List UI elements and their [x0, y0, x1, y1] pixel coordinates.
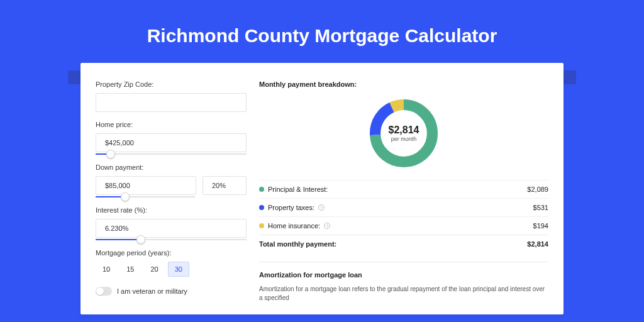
period-30-button[interactable]: 30 [168, 262, 189, 277]
rate-group: Interest rate (%): [96, 206, 247, 240]
breakdown-row-total: Total monthly payment: $2,814 [259, 235, 548, 253]
zip-input[interactable] [96, 93, 247, 112]
down-label: Down payment: [96, 164, 247, 171]
breakdown-heading: Monthly payment breakdown: [259, 80, 548, 88]
down-amount-input[interactable] [96, 176, 196, 195]
rate-slider-fill [96, 239, 141, 240]
breakdown-list: Principal & Interest: $2,089 Property ta… [259, 180, 548, 253]
rate-slider[interactable] [96, 239, 247, 240]
breakdown-column: Monthly payment breakdown: $2,814 per mo… [259, 80, 548, 297]
breakdown-row-principal: Principal & Interest: $2,089 [259, 180, 548, 198]
breakdown-label: Home insurance: [268, 222, 320, 230]
breakdown-label: Property taxes: [268, 204, 314, 211]
period-15-button[interactable]: 15 [119, 262, 141, 277]
dot-icon [259, 205, 264, 210]
calculator-panel: Property Zip Code: Home price: Down paym… [80, 63, 564, 314]
period-options: 10 15 20 30 [96, 262, 247, 277]
donut-wrap: $2,814 per month [259, 96, 548, 171]
down-group: Down payment: [96, 164, 247, 197]
veteran-label: I am veteran or military [117, 287, 187, 295]
breakdown-value: $531 [533, 204, 548, 211]
price-label: Home price: [96, 121, 247, 128]
info-icon[interactable]: ? [324, 223, 330, 229]
donut-center-sub: per month [391, 136, 417, 142]
period-group: Mortgage period (years): 10 15 20 30 [96, 249, 247, 277]
breakdown-value: $2,089 [527, 186, 548, 193]
rate-input[interactable] [96, 219, 247, 238]
dot-icon [259, 223, 264, 228]
price-input[interactable] [96, 133, 247, 152]
breakdown-total-value: $2,814 [527, 240, 548, 248]
price-slider[interactable] [96, 153, 247, 155]
rate-slider-knob[interactable] [136, 235, 145, 244]
amort-heading: Amortization for mortgage loan [259, 271, 548, 279]
down-slider-knob[interactable] [121, 192, 130, 201]
period-10-button[interactable]: 10 [96, 262, 117, 277]
price-slider-knob[interactable] [106, 150, 115, 158]
breakdown-row-taxes: Property taxes: ? $531 [259, 198, 548, 216]
info-icon[interactable]: ? [318, 204, 325, 211]
price-group: Home price: [96, 121, 247, 155]
period-20-button[interactable]: 20 [144, 262, 165, 277]
breakdown-label: Principal & Interest: [268, 186, 328, 193]
breakdown-row-insurance: Home insurance: ? $194 [259, 216, 548, 235]
donut-center-value: $2,814 [389, 125, 419, 136]
breakdown-total-label: Total monthly payment: [259, 240, 336, 248]
veteran-toggle[interactable] [96, 287, 112, 296]
veteran-row: I am veteran or military [96, 287, 247, 296]
amortization-section: Amortization for mortgage loan Amortizat… [259, 262, 548, 303]
donut-chart: $2,814 per month [366, 96, 441, 171]
breakdown-value: $194 [533, 222, 548, 230]
rate-label: Interest rate (%): [96, 206, 247, 214]
zip-label: Property Zip Code: [96, 80, 247, 88]
period-label: Mortgage period (years): [96, 249, 247, 257]
down-slider[interactable] [96, 196, 195, 197]
amort-body: Amortization for a mortgage loan refers … [259, 285, 548, 303]
inputs-column: Property Zip Code: Home price: Down paym… [96, 80, 247, 297]
page-title: Richmond County Mortgage Calculator [147, 25, 497, 47]
down-pct-input[interactable] [203, 176, 247, 195]
dot-icon [259, 187, 264, 192]
zip-group: Property Zip Code: [96, 80, 247, 112]
